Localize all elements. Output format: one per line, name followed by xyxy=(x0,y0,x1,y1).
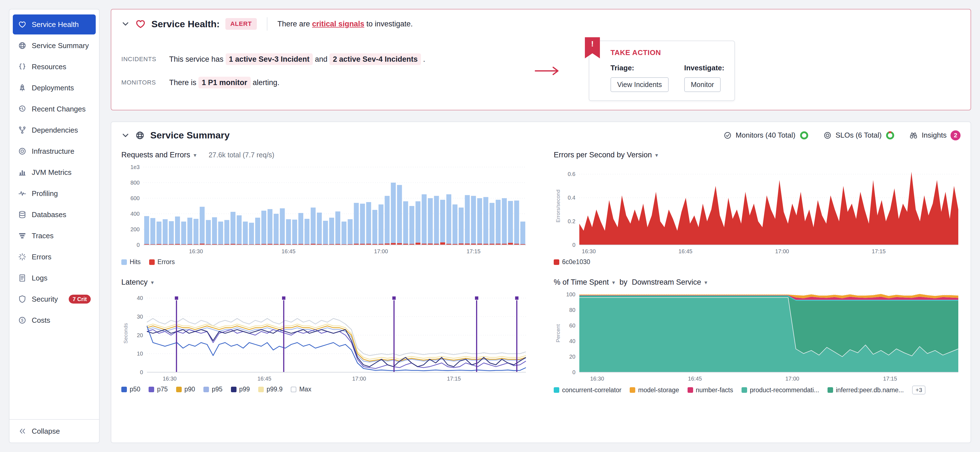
chart-title: Requests and Errors xyxy=(121,151,190,159)
errors-by-version-chart[interactable]: 00.20.40.616:3016:4517:0017:15Errors/sec… xyxy=(554,162,961,255)
sidebar-item-recent-changes[interactable]: Recent Changes xyxy=(13,99,96,119)
sidebar-item-deployments[interactable]: Deployments xyxy=(13,78,96,98)
legend-item-inferred-peer-db-name-[interactable]: inferred:peer.db.name... xyxy=(827,386,904,394)
legend-swatch xyxy=(554,259,559,265)
legend-item-p50[interactable]: p50 xyxy=(121,385,140,393)
chevron-down-icon: ▾ xyxy=(151,279,154,286)
time-spent-chart-panel: % of Time Spent ▾ by Downstream Service … xyxy=(554,278,961,395)
chevron-down-icon: ▾ xyxy=(194,152,196,159)
requests-total-summary: 27.6k total (7.7 req/s) xyxy=(209,151,274,159)
sidebar-item-databases[interactable]: Databases xyxy=(13,205,96,225)
globe-icon xyxy=(18,41,27,50)
sidebar-item-traces[interactable]: Traces xyxy=(13,226,96,246)
bars-icon xyxy=(18,168,27,177)
svg-text:16:30: 16:30 xyxy=(163,376,177,382)
monitor-button[interactable]: Monitor xyxy=(684,77,721,92)
svg-text:17:15: 17:15 xyxy=(872,248,886,254)
insights-summary[interactable]: Insights 2 xyxy=(909,130,961,140)
sidebar-item-resources[interactable]: Resources xyxy=(13,57,96,77)
requests-errors-chart[interactable]: 02004006008001e316:3016:4517:0017:15 xyxy=(121,162,528,255)
slos-summary[interactable]: SLOs (6 Total) xyxy=(823,131,895,140)
sidebar-item-label: Resources xyxy=(32,63,66,71)
heart-icon xyxy=(18,20,27,29)
triage-label: Triage: xyxy=(611,63,634,72)
svg-text:100: 100 xyxy=(566,291,576,297)
sidebar-item-dependencies[interactable]: Dependencies xyxy=(13,120,96,140)
summary-meta: Monitors (40 Total) SLOs (6 Total) Insig… xyxy=(724,130,961,140)
requests-metric-dropdown[interactable]: Requests and Errors ▾ xyxy=(121,151,196,159)
logs-icon xyxy=(18,274,27,282)
legend-item-hits[interactable]: Hits xyxy=(121,258,141,266)
svg-text:800: 800 xyxy=(130,179,140,186)
sidebar-item-service-health[interactable]: Service Health xyxy=(13,14,96,35)
legend-swatch xyxy=(121,387,127,392)
latency-dropdown[interactable]: Latency ▾ xyxy=(121,278,154,287)
banner-header: Service Health: ALERT There are critical… xyxy=(121,17,961,30)
collapse-label: Collapse xyxy=(32,427,60,436)
sidebar-item-security[interactable]: Security7 Crit xyxy=(13,289,96,309)
svg-text:$: $ xyxy=(21,318,24,322)
legend-swatch xyxy=(121,259,127,265)
legend-item-p99-9[interactable]: p99.9 xyxy=(258,385,283,393)
legend-swatch xyxy=(630,387,635,393)
view-incidents-button[interactable]: View Incidents xyxy=(611,77,669,92)
svg-text:0.2: 0.2 xyxy=(568,218,576,224)
svg-text:16:45: 16:45 xyxy=(688,376,702,382)
sidebar-item-label: Profiling xyxy=(32,189,58,198)
legend-item-model-storage[interactable]: model-storage xyxy=(630,386,679,394)
sidebar-item-profiling[interactable]: Profiling xyxy=(13,184,96,203)
svg-text:10: 10 xyxy=(137,350,143,357)
sidebar-item-costs[interactable]: $Costs xyxy=(13,310,96,330)
legend-swatch xyxy=(149,259,155,265)
svg-text:17:00: 17:00 xyxy=(374,248,388,254)
legend-swatch xyxy=(258,387,264,392)
chevron-down-icon[interactable] xyxy=(121,20,130,28)
legend-item-p99[interactable]: p99 xyxy=(231,385,250,393)
legend-item-6c0e1030[interactable]: 6c0e1030 xyxy=(554,258,590,266)
sev3-incident-highlight[interactable]: 1 active Sev-3 Incident xyxy=(226,53,313,65)
legend-item-errors[interactable]: Errors xyxy=(149,258,175,266)
latency-legend: p50p75p90p95p99p99.9Max xyxy=(121,385,528,393)
legend-item-concurrent-correlator[interactable]: concurrent-correlator xyxy=(554,386,621,394)
time-spent-dropdown[interactable]: % of Time Spent ▾ xyxy=(554,278,615,287)
sidebar-item-jvm-metrics[interactable]: JVM Metrics xyxy=(13,162,96,182)
legend-item-max[interactable]: Max xyxy=(291,385,311,393)
legend-item-p90[interactable]: p90 xyxy=(176,385,195,393)
sidebar-item-label: Security xyxy=(32,295,58,304)
collapse-icon xyxy=(18,427,27,436)
legend-item-product-recommendati-[interactable]: product-recommendati... xyxy=(741,386,819,394)
globe-icon xyxy=(135,131,145,140)
collapse-sidebar-button[interactable]: Collapse xyxy=(10,419,99,442)
sidebar-item-service-summary[interactable]: Service Summary xyxy=(13,36,96,56)
latency-chart[interactable]: 01020304016:3016:4517:0017:15Seconds xyxy=(121,289,528,382)
critical-signals-link[interactable]: critical signals xyxy=(312,20,364,28)
sidebar-item-logs[interactable]: Logs xyxy=(13,268,96,288)
svg-text:600: 600 xyxy=(130,195,140,201)
svg-text:0.4: 0.4 xyxy=(568,195,576,201)
legend-item-number-facts[interactable]: number-facts xyxy=(687,386,733,394)
sidebar-item-errors[interactable]: Errors xyxy=(13,247,96,267)
slos-total-label: SLOs (6 Total) xyxy=(835,131,882,140)
chevron-down-icon: ▾ xyxy=(705,279,707,286)
chevron-down-icon[interactable] xyxy=(121,131,130,140)
requests-errors-legend: HitsErrors xyxy=(121,258,528,266)
service-health-heart-icon xyxy=(135,19,146,29)
database-icon xyxy=(18,210,27,219)
sidebar: Service HealthService SummaryResourcesDe… xyxy=(9,9,100,443)
p1-monitor-highlight[interactable]: 1 P1 monitor xyxy=(198,77,251,89)
monitors-summary[interactable]: Monitors (40 Total) xyxy=(724,131,809,140)
svg-text:16:45: 16:45 xyxy=(678,248,692,254)
monitors-total-label: Monitors (40 Total) xyxy=(736,131,795,140)
legend-more-badge[interactable]: +3 xyxy=(912,385,926,395)
legend-swatch xyxy=(176,387,182,392)
sev4-incident-highlight[interactable]: 2 active Sev-4 Incidents xyxy=(329,53,421,65)
legend-item-p75[interactable]: p75 xyxy=(149,385,167,393)
monitors-row: MONITORS There is 1 P1 monitor alerting. xyxy=(121,76,534,89)
sidebar-item-infrastructure[interactable]: Infrastructure xyxy=(13,141,96,161)
legend-item-p95[interactable]: p95 xyxy=(204,385,222,393)
downstream-service-dropdown[interactable]: Downstream Service ▾ xyxy=(632,278,707,287)
time-spent-chart[interactable]: 02040608010016:3016:4517:0017:15Percent xyxy=(554,289,961,382)
binoculars-icon xyxy=(909,131,918,140)
errors-version-dropdown[interactable]: Errors per Second by Version ▾ xyxy=(554,151,658,159)
sidebar-item-label: Errors xyxy=(32,253,51,261)
